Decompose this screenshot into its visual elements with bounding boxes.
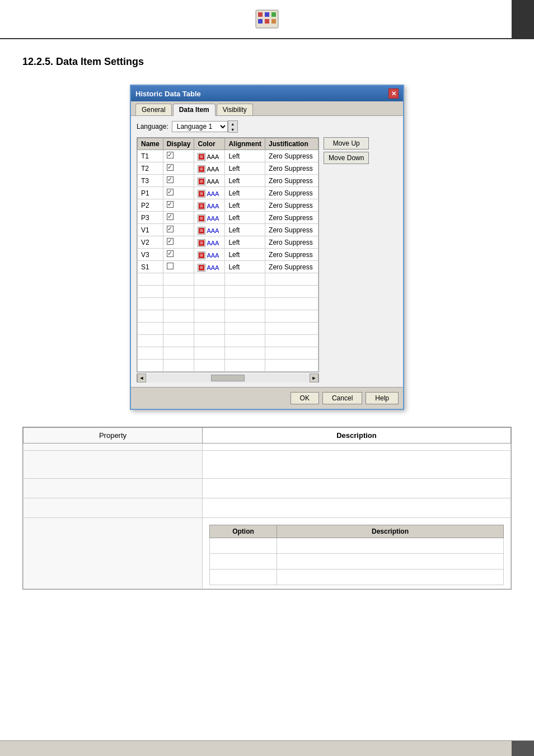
table-row-empty: [138, 286, 318, 298]
tab-general[interactable]: General: [135, 104, 172, 115]
checkbox-checked[interactable]: [167, 226, 174, 232]
empty-cell: [163, 310, 194, 323]
cell-justification: Zero Suppress: [265, 212, 318, 224]
close-button[interactable]: ✕: [388, 88, 399, 99]
cell-display[interactable]: [163, 212, 194, 224]
top-bar: [0, 0, 534, 39]
cell-name: P3: [138, 212, 163, 224]
col-header-display: Display: [163, 138, 194, 150]
cell-justification: Zero Suppress: [265, 175, 318, 187]
checkbox-checked[interactable]: [167, 238, 174, 245]
table-row[interactable]: P3⊞ AAALeftZero Suppress: [138, 212, 318, 224]
scroll-left-button[interactable]: ◄: [137, 374, 146, 382]
empty-cell: [138, 273, 163, 286]
table-row[interactable]: V3⊞ AAALeftZero Suppress: [138, 249, 318, 261]
sub-header-description: Description: [277, 525, 504, 538]
tab-visibility[interactable]: Visibility: [217, 104, 253, 115]
desc-cell: [203, 479, 511, 498]
cell-display[interactable]: [163, 249, 194, 261]
app-icon: [254, 8, 280, 30]
checkbox-unchecked[interactable]: [167, 263, 174, 269]
col-header-color: Color: [194, 138, 225, 150]
cell-display[interactable]: [163, 224, 194, 236]
checkbox-checked[interactable]: [167, 164, 174, 171]
empty-cell: [138, 286, 163, 298]
table-row[interactable]: T2⊞ AAALeftZero Suppress: [138, 162, 318, 175]
cell-name: T2: [138, 162, 163, 175]
table-row-empty: [138, 298, 318, 310]
sub-desc-cell: [277, 538, 504, 554]
language-row: Language: Language 1 ▲ ▼: [137, 120, 397, 133]
bottom-bar: [0, 740, 534, 756]
tab-data-item[interactable]: Data Item: [173, 104, 216, 116]
help-button[interactable]: Help: [366, 392, 399, 404]
language-select[interactable]: Language 1: [172, 121, 228, 132]
cell-name: V3: [138, 249, 163, 261]
checkbox-checked[interactable]: [167, 189, 174, 195]
prop-cell-left: [24, 518, 113, 589]
empty-cell: [225, 360, 265, 372]
move-up-button[interactable]: Move Up: [324, 137, 369, 150]
checkbox-checked[interactable]: [167, 176, 174, 183]
table-row[interactable]: P1⊞ AAALeftZero Suppress: [138, 187, 318, 199]
table-row[interactable]: S1⊞ AAALeftZero Suppress: [138, 261, 318, 273]
table-row[interactable]: V2⊞ AAALeftZero Suppress: [138, 236, 318, 249]
data-table-container: Name Display Color Alignment Justificati…: [137, 137, 319, 372]
scroll-right-button[interactable]: ►: [310, 374, 318, 382]
cell-display[interactable]: [163, 187, 194, 199]
move-down-button[interactable]: Move Down: [324, 152, 369, 164]
cell-display[interactable]: [163, 199, 194, 212]
col-header-alignment: Alignment: [225, 138, 265, 150]
cell-display[interactable]: [163, 175, 194, 187]
prop-cell-right: [113, 518, 203, 589]
desc-cell: [203, 444, 511, 451]
checkbox-checked[interactable]: [167, 201, 174, 208]
cell-display[interactable]: [163, 261, 194, 273]
dialog-body: Language: Language 1 ▲ ▼: [131, 116, 403, 387]
cell-justification: Zero Suppress: [265, 261, 318, 273]
empty-cell: [163, 347, 194, 360]
checkbox-checked[interactable]: [167, 250, 174, 257]
sub-opt-cell: [210, 538, 277, 554]
cell-justification: Zero Suppress: [265, 236, 318, 249]
checkbox-checked[interactable]: [167, 213, 174, 220]
cancel-button[interactable]: Cancel: [322, 392, 362, 404]
empty-cell: [265, 273, 318, 286]
svg-rect-3: [271, 12, 276, 17]
empty-cell: [194, 360, 225, 372]
empty-cell: [194, 347, 225, 360]
table-row[interactable]: T1⊞ AAALeftZero Suppress: [138, 150, 318, 162]
horizontal-scrollbar[interactable]: ◄ ►: [137, 374, 319, 382]
spin-up-button[interactable]: ▲: [228, 121, 237, 127]
cell-display[interactable]: [163, 150, 194, 162]
empty-cell: [163, 286, 194, 298]
empty-cell: [138, 298, 163, 310]
cell-justification: Zero Suppress: [265, 162, 318, 175]
table-row[interactable]: V1⊞ AAALeftZero Suppress: [138, 224, 318, 236]
cell-color: ⊞ AAA: [194, 187, 225, 199]
spin-down-button[interactable]: ▼: [228, 127, 237, 132]
cell-name: T3: [138, 175, 163, 187]
data-table: Name Display Color Alignment Justificati…: [137, 138, 318, 372]
desc-cell-with-subtable: Option Description: [203, 518, 511, 589]
table-row: [24, 498, 511, 518]
checkbox-checked[interactable]: [167, 152, 174, 158]
cell-justification: Zero Suppress: [265, 187, 318, 199]
table-row: Option Description: [24, 518, 511, 589]
cell-display[interactable]: [163, 236, 194, 249]
cell-alignment: Left: [225, 236, 265, 249]
table-row[interactable]: P2⊞ AAALeftZero Suppress: [138, 199, 318, 212]
cell-display[interactable]: [163, 162, 194, 175]
empty-cell: [265, 286, 318, 298]
cell-justification: Zero Suppress: [265, 150, 318, 162]
section-title: 12.2.5. Data Item Settings: [22, 56, 512, 68]
scroll-thumb[interactable]: [211, 375, 245, 381]
prop-cell-left: [24, 498, 113, 518]
table-row[interactable]: T3⊞ AAALeftZero Suppress: [138, 175, 318, 187]
empty-cell: [194, 335, 225, 347]
page-content: 12.2.5. Data Item Settings Historic Data…: [0, 39, 534, 606]
ok-button[interactable]: OK: [291, 392, 319, 404]
empty-cell: [265, 347, 318, 360]
cell-name: P1: [138, 187, 163, 199]
sub-table-row: [210, 570, 504, 585]
